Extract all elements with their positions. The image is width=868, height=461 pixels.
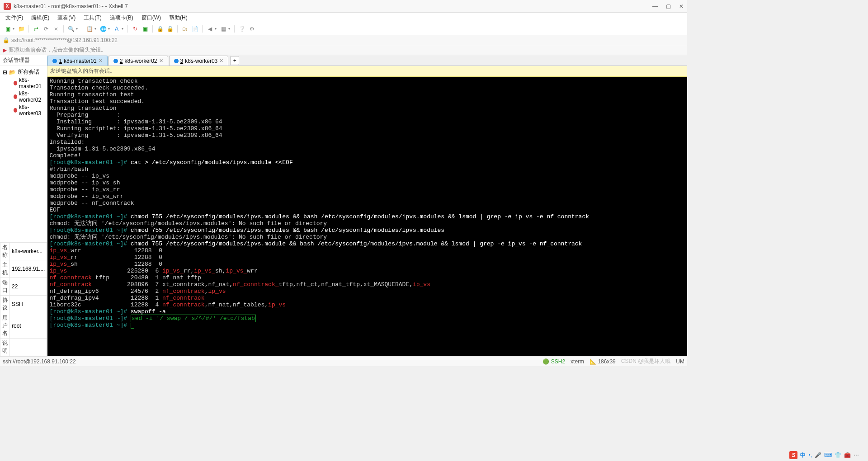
status-watermark: CSDN @我是坏人哦 — [621, 358, 671, 365]
address-text[interactable]: ssh://root:***************@192.168.91.10… — [11, 37, 118, 43]
tab-status-icon — [113, 59, 118, 63]
hint-bar: ▶ 要添加当前会话，点击左侧的箭头按钮。 — [0, 45, 687, 55]
prop-host-value: 192.168.91.... — [10, 260, 47, 278]
tab-label: k8s-worker02 — [124, 58, 157, 64]
menu-file[interactable]: 文件(F) — [4, 13, 25, 23]
menu-tools[interactable]: 工具(T) — [82, 13, 103, 23]
terminal[interactable]: Running transaction checkTransaction che… — [47, 77, 687, 356]
window-title: k8s-master01 - root@k8s-master01:~ - Xsh… — [14, 3, 652, 9]
terminal-icon[interactable]: ▣ — [141, 25, 149, 33]
session-tab[interactable]: 2k8s-worker02✕ — [108, 56, 168, 66]
address-bar: 🔒 ssh://root:***************@192.168.91.… — [0, 35, 687, 45]
tab-bar: 1k8s-master01✕2k8s-worker02✕3k8s-worker0… — [47, 55, 687, 66]
menu-edit[interactable]: 编辑(E) — [29, 13, 51, 23]
close-button[interactable]: ✕ — [679, 3, 684, 9]
tree-session-item[interactable]: k8s-worker02 — [13, 90, 45, 103]
session-dot-icon — [14, 108, 17, 113]
tab-label: k8s-worker03 — [185, 58, 217, 64]
settings-icon[interactable]: ⚙ — [248, 25, 256, 33]
tab-add-button[interactable]: + — [230, 56, 239, 65]
prop-name-label: 名称 — [0, 243, 10, 260]
status-term-size: 📐 186x39 — [590, 358, 616, 365]
session-label: k8s-worker02 — [19, 90, 45, 103]
prop-user-value: root — [10, 313, 47, 339]
reconnect-icon[interactable]: ⟳ — [42, 25, 50, 33]
session-label: k8s-master01 — [19, 77, 45, 89]
prop-name-value: k8s-worker... — [10, 243, 47, 260]
menu-window[interactable]: 窗口(W) — [140, 13, 163, 23]
status-address: ssh://root@192.168.91.100:22 — [3, 358, 76, 365]
app-icon: X — [4, 3, 11, 10]
disconnect-icon[interactable]: ⤫ — [52, 25, 60, 33]
tab-status-icon — [52, 59, 57, 63]
prop-proto-value: SSH — [10, 296, 47, 313]
open-icon[interactable]: 📁 — [17, 25, 25, 33]
prop-host-label: 主机 — [0, 260, 10, 278]
folder-tree-icon[interactable]: 🗂 — [181, 25, 189, 33]
tree-session-item[interactable]: k8s-worker03 — [13, 103, 45, 117]
status-ssh-indicator: 🟢 SSH2 — [542, 358, 565, 365]
globe-icon[interactable]: 🌐 — [99, 25, 107, 33]
session-manager-panel: 会话管理器 ⊟ 📂 所有会话 k8s-master01k8s-worker02k… — [0, 55, 47, 356]
prop-proto-label: 协议 — [0, 296, 10, 313]
tab-label: k8s-master01 — [64, 58, 97, 64]
title-bar: X k8s-master01 - root@k8s-master01:~ - X… — [0, 0, 687, 13]
font-icon[interactable]: A — [113, 25, 121, 33]
tab-number: 2 — [120, 58, 123, 64]
sidebar-header: 会话管理器 — [0, 55, 47, 66]
toolbar: ▣▾ 📁 ⇄ ⟳ ⤫ 🔍▾ 📋▾ 🌐▾ A▾ ↻ ▣ 🔒 🔓 🗂 📄 ◀▾ ▦▾… — [0, 23, 687, 35]
tab-close-icon[interactable]: ✕ — [219, 58, 223, 64]
tab-close-icon[interactable]: ✕ — [159, 58, 163, 64]
prop-desc-value — [10, 339, 47, 356]
minimize-button[interactable]: — — [652, 3, 658, 9]
layout-icon[interactable]: ▦ — [219, 25, 227, 33]
status-bar: ssh://root@192.168.91.100:22 🟢 SSH2 xter… — [0, 356, 687, 366]
connect-icon[interactable]: ⇄ — [32, 25, 40, 33]
maximize-button[interactable]: ▢ — [666, 3, 671, 9]
flag-icon: ▶ — [3, 47, 7, 53]
new-session-icon[interactable]: ▣ — [4, 25, 12, 33]
broadcast-text: 发送键盘输入的所有会话。 — [50, 67, 115, 75]
menu-bar: 文件(F) 编辑(E) 查看(V) 工具(T) 选项卡(B) 窗口(W) 帮助(… — [0, 13, 687, 23]
menu-help[interactable]: 帮助(H) — [167, 13, 189, 23]
tab-close-icon[interactable]: ✕ — [99, 58, 103, 64]
help-icon[interactable]: ❔ — [238, 25, 246, 33]
lock-icon[interactable]: 🔒 — [156, 25, 164, 33]
folder-icon: 📂 — [9, 69, 16, 75]
hint-text: 要添加当前会话，点击左侧的箭头按钮。 — [9, 46, 106, 54]
unlock-icon[interactable]: 🔓 — [166, 25, 174, 33]
status-term-type: xterm — [571, 358, 584, 365]
prop-user-label: 用户名 — [0, 313, 10, 339]
session-tab[interactable]: 1k8s-master01✕ — [47, 56, 107, 66]
collapse-icon[interactable]: ⊟ — [3, 69, 7, 75]
search-icon[interactable]: 🔍 — [67, 25, 75, 33]
session-dot-icon — [14, 81, 17, 85]
tree-root[interactable]: ⊟ 📂 所有会话 — [2, 68, 45, 76]
tab-status-icon — [174, 59, 179, 63]
menu-view[interactable]: 查看(V) — [56, 13, 77, 23]
arrow-left-icon[interactable]: ◀ — [206, 25, 214, 33]
broadcast-bar: 发送键盘输入的所有会话。 OFF — [47, 66, 687, 77]
tab-number: 1 — [59, 58, 62, 64]
tree-root-label: 所有会话 — [18, 68, 39, 76]
session-tab[interactable]: 3k8s-worker03✕ — [169, 56, 229, 66]
session-label: k8s-worker03 — [19, 104, 45, 117]
lock-small-icon: 🔒 — [3, 37, 9, 43]
session-tree[interactable]: ⊟ 📂 所有会话 k8s-master01k8s-worker02k8s-wor… — [0, 66, 47, 242]
session-dot-icon — [14, 94, 17, 99]
file-icon[interactable]: 📄 — [191, 25, 199, 33]
prop-desc-label: 说明 — [0, 339, 10, 356]
copy-icon[interactable]: 📋 — [85, 25, 94, 33]
tree-session-item[interactable]: k8s-master01 — [13, 76, 45, 90]
menu-tabs[interactable]: 选项卡(B) — [108, 13, 135, 23]
tab-number: 3 — [180, 58, 184, 64]
session-properties: 名称k8s-worker... 主机192.168.91.... 端口22 协议… — [0, 242, 47, 356]
prop-port-value: 22 — [10, 278, 47, 296]
refresh-icon[interactable]: ↻ — [131, 25, 139, 33]
prop-port-label: 端口 — [0, 278, 10, 296]
status-caps: UM — [676, 358, 684, 365]
